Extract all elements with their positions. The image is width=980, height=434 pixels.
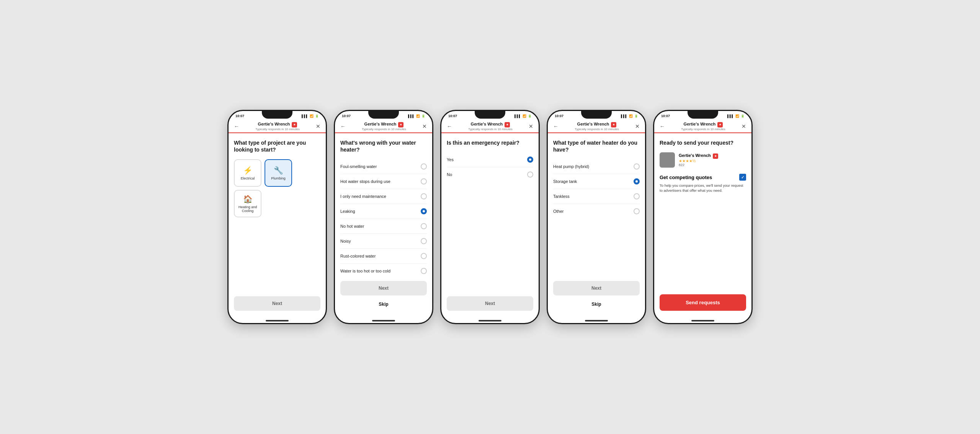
signal-icon: ▌▌▌ (514, 114, 521, 118)
radio-circle (421, 163, 427, 170)
header-title: Gertie's Wrench ★ (681, 122, 725, 127)
cq-header: Get competing quotes ✓ (660, 174, 746, 181)
notch (581, 111, 612, 119)
radio-item-0[interactable]: Yes (447, 152, 533, 167)
home-bar (585, 320, 608, 321)
signal-icon: ▌▌▌ (621, 114, 627, 118)
send-requests-button[interactable]: Send requests (660, 294, 746, 311)
biz-thumbnail (660, 152, 675, 168)
back-button[interactable]: ← (447, 123, 452, 129)
status-bar: 10:07 ▌▌▌ 📶 🔋 (548, 111, 645, 119)
bottom-area: NextSkip (335, 278, 432, 317)
radio-list: Yes No (447, 152, 533, 182)
app-header: ← Gertie's Wrench ★ Typically responds i… (335, 119, 432, 133)
radio-item-3[interactable]: Other (553, 204, 640, 219)
bottom-area: Next (229, 293, 326, 317)
close-button[interactable]: ✕ (529, 123, 533, 129)
header-title: Gertie's Wrench ★ (362, 122, 406, 127)
biz-reviews: 822 (679, 163, 718, 167)
status-icons: ▌▌▌ 📶 🔋 (408, 114, 425, 118)
biz-stars: ★★★★½ (679, 159, 718, 163)
option-icon: 🏠 (243, 194, 253, 204)
radio-item-1[interactable]: Storage tank (553, 174, 640, 189)
app-header: ← Gertie's Wrench ★ Typically responds i… (229, 119, 326, 133)
skip-button[interactable]: Skip (340, 298, 427, 311)
phone-3: 10:07 ▌▌▌ 📶 🔋 ← Gertie's Wrench ★ Typica… (440, 110, 540, 324)
home-indicator (335, 317, 432, 323)
radio-circle (527, 171, 533, 178)
wifi-icon: 📶 (416, 114, 420, 118)
next-button[interactable]: Next (340, 281, 427, 295)
phone-4: 10:07 ▌▌▌ 📶 🔋 ← Gertie's Wrench ★ Typica… (547, 110, 646, 324)
radio-label: I only need maintenance (340, 194, 386, 199)
status-icons: ▌▌▌ 📶 🔋 (302, 114, 319, 118)
radio-label: Water is too hot or too cold (340, 269, 390, 273)
signal-icon: ▌▌▌ (302, 114, 308, 118)
radio-item-0[interactable]: Heat pump (hybrid) (553, 159, 640, 174)
home-bar (479, 320, 501, 321)
radio-label: No (447, 172, 452, 177)
biz-info: Gertie's Wrench ★ ★★★★½ 822 (679, 153, 718, 167)
yelp-icon: ★ (398, 122, 403, 127)
wifi-icon: 📶 (523, 114, 526, 118)
radio-label: Noisy (340, 239, 351, 243)
option-electrical[interactable]: ⚡ Electrical (234, 159, 261, 187)
yelp-icon: ★ (717, 122, 723, 127)
yelp-icon: ★ (505, 122, 510, 127)
close-button[interactable]: ✕ (316, 123, 320, 129)
back-button[interactable]: ← (660, 123, 665, 129)
notch (688, 111, 718, 119)
battery-icon: 🔋 (741, 114, 745, 118)
next-button[interactable]: Next (553, 281, 640, 295)
home-bar (266, 320, 289, 321)
cq-checkbox[interactable]: ✓ (739, 174, 746, 181)
option-icon: ⚡ (243, 166, 253, 175)
radio-item-2[interactable]: I only need maintenance (340, 189, 427, 204)
radio-item-1[interactable]: Hot water stops during use (340, 174, 427, 189)
close-button[interactable]: ✕ (742, 123, 746, 129)
radio-circle (421, 178, 427, 184)
battery-icon: 🔋 (528, 114, 532, 118)
status-time: 10:07 (555, 114, 564, 118)
back-button[interactable]: ← (340, 123, 346, 129)
radio-circle (634, 193, 640, 199)
header-subtitle: Typically responds in 10 minutes (468, 127, 513, 131)
notch (262, 111, 292, 119)
radio-item-5[interactable]: Noisy (340, 234, 427, 249)
wifi-icon: 📶 (310, 114, 314, 118)
radio-item-0[interactable]: Foul-smelling water (340, 159, 427, 174)
radio-label: Rust-colored water (340, 254, 376, 258)
radio-label: Yes (447, 157, 454, 162)
header-title: Gertie's Wrench ★ (468, 122, 513, 127)
close-button[interactable]: ✕ (422, 123, 427, 129)
skip-button[interactable]: Skip (553, 298, 640, 311)
radio-item-7[interactable]: Water is too hot or too cold (340, 264, 427, 278)
close-button[interactable]: ✕ (635, 123, 640, 129)
radio-item-2[interactable]: Tankless (553, 189, 640, 204)
next-button[interactable]: Next (234, 296, 320, 311)
home-indicator (229, 317, 326, 323)
battery-icon: 🔋 (315, 114, 319, 118)
radio-circle (421, 208, 427, 214)
radio-item-4[interactable]: No hot water (340, 219, 427, 234)
header-subtitle: Typically responds in 10 minutes (575, 127, 619, 131)
signal-icon: ▌▌▌ (408, 114, 415, 118)
radio-label: Other (553, 209, 564, 214)
back-button[interactable]: ← (234, 123, 239, 129)
next-button[interactable]: Next (447, 296, 533, 311)
back-button[interactable]: ← (553, 123, 559, 129)
radio-circle (527, 157, 533, 163)
option-plumbing[interactable]: 🔧 Plumbing (265, 159, 292, 187)
radio-list: Heat pump (hybrid) Storage tank Tankless… (553, 159, 640, 219)
radio-item-1[interactable]: No (447, 167, 533, 182)
option-heating-cooling[interactable]: 🏠 Heating and Cooling (234, 190, 261, 217)
radio-circle (421, 238, 427, 244)
cq-title: Get competing quotes (660, 175, 712, 180)
header-center: Gertie's Wrench ★ Typically responds in … (468, 122, 513, 131)
status-time: 10:07 (235, 114, 244, 118)
radio-circle (421, 193, 427, 199)
home-indicator (441, 317, 539, 323)
radio-item-3[interactable]: Leaking (340, 204, 427, 219)
status-bar: 10:07 ▌▌▌ 📶 🔋 (441, 111, 539, 119)
radio-item-6[interactable]: Rust-colored water (340, 249, 427, 264)
